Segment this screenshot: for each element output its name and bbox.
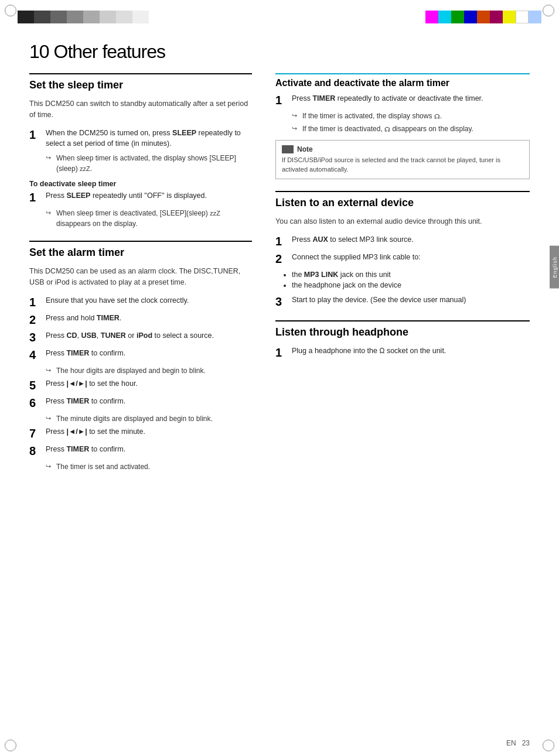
step-number: 2: [275, 252, 292, 266]
reg-mark-tl: [5, 5, 16, 16]
step-number: 1: [275, 345, 292, 360]
left-column: Set the sleep timer This DCM250 can swit…: [29, 73, 252, 484]
step-number: 1: [275, 234, 292, 248]
step-number: 3: [29, 330, 46, 344]
sleep-step-1: 1 When the DCM250 is turned on, press SL…: [29, 128, 252, 150]
alarm-timer-heading: Set the alarm timer: [29, 241, 252, 259]
footer-page: 23: [522, 739, 530, 747]
alarm-step-3: 3 Press CD, USB, TUNER or iPod to select…: [29, 330, 252, 344]
deactivate-sleep-heading: To deactivate sleep timer: [29, 180, 252, 188]
external-step-3: 3 Start to play the device. (See the dev…: [275, 295, 530, 309]
alarm-step-1: 1 Ensure that you have set the clock cor…: [29, 295, 252, 309]
step-text: Press and hold TIMER.: [46, 313, 252, 324]
activate-step-1-sub1: ↪ If the timer is activated, the display…: [292, 111, 530, 121]
step-text: Press CD, USB, TUNER or iPod to select a…: [46, 330, 252, 341]
reg-mark-bl: [5, 740, 16, 751]
right-column: Activate and deactivate the alarm timer …: [275, 73, 530, 484]
color-bar-right: [425, 11, 541, 23]
section-activate-alarm: Activate and deactivate the alarm timer …: [275, 73, 530, 179]
alarm-step-8-sub1: ↪ The timer is set and activated.: [46, 461, 252, 472]
color-bar-left: [18, 11, 149, 23]
activate-step-1-sub2: ↪ If the timer is deactivated, ☊ disappe…: [292, 124, 530, 134]
section-sleep-timer: Set the sleep timer This DCM250 can swit…: [29, 73, 252, 229]
substep-text: The hour digits are displayed and begin …: [56, 365, 206, 376]
alarm-step-2: 2 Press and hold TIMER.: [29, 313, 252, 327]
two-column-layout: Set the sleep timer This DCM250 can swit…: [29, 73, 530, 484]
deactivate-step-1: 1 Press SLEEP repeatedly until ''OFF'' i…: [29, 190, 252, 204]
headphone-step-1: 1 Plug a headphone into the Ω socket on …: [275, 345, 530, 360]
arrow-icon: ↪: [292, 112, 302, 119]
external-step-2: 2 Connect the supplied MP3 link cable to…: [275, 252, 530, 266]
page-footer: EN 23: [506, 739, 530, 747]
alarm-step-6: 6 Press TIMER to confirm.: [29, 396, 252, 410]
note-icon: [282, 145, 294, 153]
step-number: 3: [275, 295, 292, 309]
step-number: 1: [29, 190, 46, 204]
alarm-step-7: 7 Press |◄/►| to set the minute.: [29, 426, 252, 440]
step-text: Connect the supplied MP3 link cable to:: [292, 252, 530, 263]
section-alarm-timer: Set the alarm timer This DCM250 can be u…: [29, 241, 252, 472]
arrow-icon: ↪: [292, 125, 302, 132]
step-number: 6: [29, 396, 46, 410]
sleep-timer-intro: This DCM250 can switch to standby automa…: [29, 98, 252, 121]
reg-mark-br: [543, 740, 554, 751]
sleep-timer-heading: Set the sleep timer: [29, 73, 252, 91]
note-text: If DISC/USB/iPod source is selected and …: [282, 156, 523, 174]
alarm-step-4-sub1: ↪ The hour digits are displayed and begi…: [46, 365, 252, 376]
section-headphone: Listen through headphone 1 Plug a headph…: [275, 320, 530, 360]
step-text: Press SLEEP repeatedly until ''OFF'' is …: [46, 190, 252, 201]
language-tab: English: [550, 246, 559, 289]
page-content: 10 Other features Set the sleep timer Th…: [29, 35, 530, 733]
step-number: 1: [29, 295, 46, 309]
step-text: Press |◄/►| to set the hour.: [46, 378, 252, 389]
alarm-step-5: 5 Press |◄/►| to set the hour.: [29, 378, 252, 392]
note-label: Note: [297, 145, 313, 153]
note-box: Note If DISC/USB/iPod source is selected…: [275, 140, 530, 179]
substep-text: When sleep timer is deactivated, [SLEEP]…: [56, 208, 252, 229]
step-text: Press TIMER to confirm.: [46, 348, 252, 359]
step-text: Press AUX to select MP3 link source.: [292, 234, 530, 245]
activate-alarm-heading: Activate and deactivate the alarm timer: [275, 73, 530, 88]
external-device-intro: You can also listen to an external audio…: [275, 216, 530, 227]
substep-text: The minute digits are displayed and begi…: [56, 413, 213, 424]
list-item: the headphone jack on the device: [292, 280, 530, 291]
step-text: Plug a headphone into the Ω socket on th…: [292, 345, 530, 357]
step-text: Press |◄/►| to set the minute.: [46, 426, 252, 437]
arrow-icon: ↪: [46, 367, 56, 374]
alarm-step-8: 8 Press TIMER to confirm.: [29, 444, 252, 458]
step-text: Press TIMER to confirm.: [46, 396, 252, 407]
step-text: When the DCM250 is turned on, press SLEE…: [46, 128, 252, 150]
alarm-step-6-sub1: ↪ The minute digits are displayed and be…: [46, 413, 252, 424]
reg-mark-tr: [543, 5, 554, 16]
deactivate-step-1-sub1: ↪ When sleep timer is deactivated, [SLEE…: [46, 208, 252, 229]
step-number: 7: [29, 426, 46, 440]
headphone-heading: Listen through headphone: [275, 320, 530, 338]
arrow-icon: ↪: [46, 154, 56, 162]
section-external-device: Listen to an external device You can als…: [275, 191, 530, 309]
arrow-icon: ↪: [46, 209, 56, 217]
list-item: the MP3 LINK jack on this unit: [292, 269, 530, 280]
arrow-icon: ↪: [46, 415, 56, 422]
external-step-1: 1 Press AUX to select MP3 link source.: [275, 234, 530, 248]
external-step-2-bullets: the MP3 LINK jack on this unit the headp…: [292, 269, 530, 292]
chapter-title: 10 Other features: [29, 41, 530, 63]
external-device-heading: Listen to an external device: [275, 191, 530, 209]
step-number: 4: [29, 348, 46, 362]
step-text: Start to play the device. (See the devic…: [292, 295, 530, 306]
sleep-step-1-sub1: ↪ When sleep timer is activated, the dis…: [46, 153, 252, 174]
substep-text: If the timer is activated, the display s…: [302, 111, 442, 121]
activate-step-1: 1 Press TIMER repeatedly to activate or …: [275, 93, 530, 107]
substep-text: The timer is set and activated.: [56, 461, 150, 472]
note-header: Note: [282, 145, 523, 153]
step-number: 2: [29, 313, 46, 327]
step-number: 1: [29, 128, 46, 142]
arrow-icon: ↪: [46, 463, 56, 470]
step-number: 1: [275, 93, 292, 107]
substep-text: When sleep timer is activated, the displ…: [56, 153, 252, 174]
substep-text: If the timer is deactivated, ☊ disappear…: [302, 124, 473, 134]
alarm-step-4: 4 Press TIMER to confirm.: [29, 348, 252, 362]
step-number: 5: [29, 378, 46, 392]
alarm-timer-intro: This DCM250 can be used as an alarm cloc…: [29, 266, 252, 288]
step-text: Ensure that you have set the clock corre…: [46, 295, 252, 306]
footer-lang: EN: [506, 739, 516, 747]
